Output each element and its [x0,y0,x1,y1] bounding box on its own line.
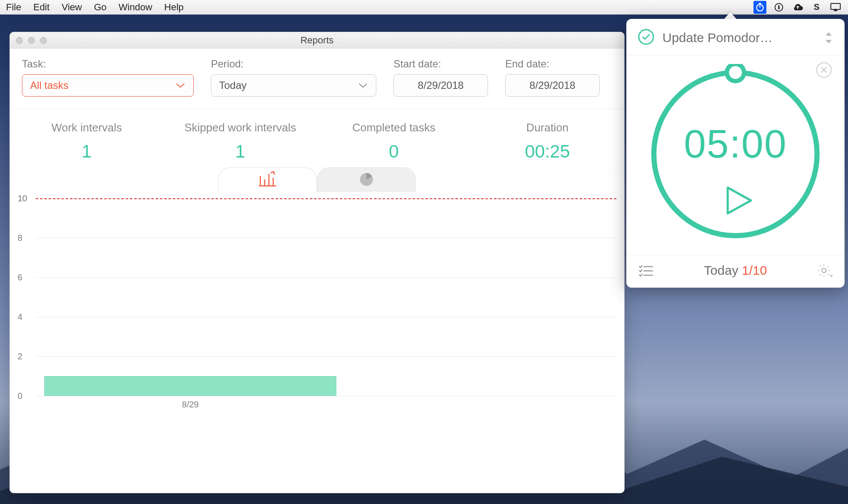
chart-gridline [36,317,616,317]
chart-gridline [36,396,616,396]
stats-strip: Work intervals 1 Skipped work intervals … [10,109,624,168]
period-select-value: Today [219,79,247,91]
start-date-value: 8/29/2018 [418,79,464,91]
stat-completed: Completed tasks 0 [317,109,471,168]
bar-chart-icon [258,171,277,188]
task-stepper-icon[interactable] [824,31,833,44]
today-ratio: 1/10 [742,263,767,277]
task-select[interactable]: All tasks [22,74,194,97]
stat-value: 0 [317,141,471,162]
svg-point-8 [727,64,744,81]
cloud-upload-icon[interactable] [791,1,804,14]
menu-go[interactable]: Go [94,2,107,13]
s-icon[interactable]: S [810,1,823,14]
svg-rect-4 [831,3,840,9]
chart-gridline [36,277,616,278]
end-date-label: End date: [505,58,600,70]
gear-icon[interactable] [816,262,833,279]
chart-gridline [36,356,616,357]
timer-icon[interactable] [753,1,766,14]
stat-skipped: Skipped work intervals 1 [164,109,317,168]
tab-pie-chart[interactable] [317,167,416,191]
chart-gridline [36,238,616,238]
titlebar[interactable]: Reports [10,32,624,49]
stat-label: Duration [471,121,625,134]
today-progress: Today 1/10 [704,263,767,278]
chart-target-line [36,198,616,199]
task-select-value: All tasks [30,79,68,91]
period-select[interactable]: Today [211,74,376,97]
menu-window[interactable]: Window [119,2,152,13]
chart-ytick: 10 [18,194,27,203]
chevron-down-icon [175,79,186,91]
check-circle-icon[interactable] [638,28,655,47]
task-label: Task: [22,58,194,70]
stat-work-intervals: Work intervals 1 [10,109,164,168]
task-list-icon[interactable] [638,262,655,279]
chart-ytick: 0 [18,391,22,401]
menu-help[interactable]: Help [164,2,183,13]
stat-value: 1 [164,141,317,162]
start-date-label: Start date: [393,58,488,70]
chart-ytick: 2 [18,352,22,361]
window-reports: Reports Task: All tasks Period: Today St… [9,32,625,493]
start-date-input[interactable]: 8/29/2018 [393,74,488,97]
chart-area: 02468108/29 [18,198,616,413]
tab-bar-chart[interactable] [218,167,317,191]
menu-view[interactable]: View [61,2,82,13]
pie-chart-icon [358,171,375,188]
svg-point-9 [822,268,826,273]
stat-label: Completed tasks [317,121,471,134]
end-date-value: 8/29/2018 [530,79,576,91]
close-timer-button[interactable] [816,62,832,78]
airplay-icon[interactable] [829,1,842,14]
stat-value: 00:25 [471,141,625,162]
chart-ytick: 8 [18,233,22,243]
timer-task-name[interactable]: Update Pomodor… [662,30,816,45]
chart-bar [44,376,336,396]
today-label: Today [704,263,738,277]
window-traffic-lights[interactable] [16,37,47,44]
onepassword-icon[interactable] [772,1,785,14]
menu-file[interactable]: File [6,2,21,13]
svg-text:S: S [814,3,819,12]
period-label: Period: [211,58,376,70]
stat-label: Skipped work intervals [164,121,317,134]
svg-rect-2 [778,5,780,9]
chart-ytick: 6 [18,273,22,282]
chart-xtick: 8/29 [182,400,199,410]
play-icon[interactable] [728,188,751,213]
stat-duration: Duration 00:25 [471,109,625,168]
stat-value: 1 [10,141,164,162]
timer-ring: 05:00 [645,64,826,244]
timer-time-text: 05:00 [684,122,787,166]
chart-ytick: 4 [18,312,22,322]
stat-label: Work intervals [10,121,164,134]
timer-popover: Update Pomodor… 05:00 [626,19,845,288]
end-date-input[interactable]: 8/29/2018 [505,74,600,97]
menu-edit[interactable]: Edit [33,2,49,13]
menubar: File Edit View Go Window Help S [0,0,848,15]
window-title: Reports [300,35,333,46]
chevron-down-icon [358,79,368,91]
